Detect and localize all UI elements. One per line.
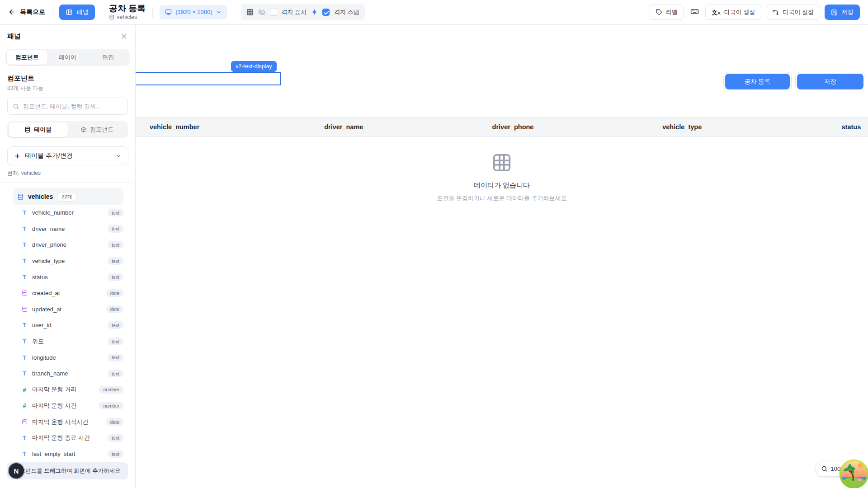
- field-row[interactable]: 마지막 운행 시작시간 date: [13, 414, 123, 430]
- field-row[interactable]: T vehicle_type text: [13, 253, 123, 269]
- field-name: driver_name: [32, 225, 65, 232]
- tab-layers[interactable]: 레이어: [47, 50, 88, 65]
- text-field-icon: T: [21, 370, 28, 377]
- keyboard-icon: [690, 7, 699, 16]
- add-change-table-button[interactable]: 테이블 추가/변경: [7, 146, 128, 165]
- components-section-title: 컴포넌트: [7, 74, 128, 83]
- field-type-badge: text: [108, 273, 123, 281]
- lightning-icon: [311, 9, 318, 15]
- tab-edit[interactable]: 편집: [88, 50, 128, 65]
- keyboard-shortcuts-button[interactable]: [689, 5, 701, 19]
- field-type-badge: text: [108, 354, 123, 361]
- table-name: vehicles: [28, 193, 53, 200]
- date-field-icon: [22, 419, 27, 424]
- box-icon: [80, 127, 87, 133]
- field-type-badge: text: [108, 434, 123, 442]
- close-icon[interactable]: [120, 33, 128, 40]
- field-name: 마지막 운행 종료 시간: [32, 434, 90, 442]
- table-fields-list: vehicles 22개 T vehicle_number text T dri…: [0, 183, 135, 488]
- save-button[interactable]: 저장: [825, 5, 860, 20]
- page-title: 공차 등록: [109, 4, 146, 14]
- back-to-list-label: 목록으로: [20, 8, 45, 16]
- date-field-icon: [22, 291, 27, 296]
- empty-state-subtitle: 조건을 변경하거나 새로운 데이터를 추가해보세요: [136, 194, 868, 202]
- field-name: 위도: [32, 338, 44, 346]
- field-type-badge: text: [108, 257, 123, 265]
- grid-show-checkbox[interactable]: [270, 9, 277, 16]
- number-field-icon: #: [21, 386, 28, 393]
- field-row[interactable]: T driver_name text: [13, 221, 123, 237]
- field-row[interactable]: T driver_phone text: [13, 237, 123, 253]
- source-toggle: 테이블 컴포넌트: [7, 121, 128, 138]
- field-type-badge: text: [108, 225, 123, 233]
- toggle-components[interactable]: 컴포넌트: [68, 122, 127, 137]
- field-name: 마지막 운행 거리: [32, 385, 76, 394]
- bound-table-name: vehicles: [117, 14, 137, 20]
- field-row[interactable]: T longitude text: [13, 349, 123, 366]
- field-name: branch_name: [32, 370, 68, 377]
- database-icon: [24, 127, 31, 133]
- field-name: longitude: [32, 354, 56, 361]
- tab-components[interactable]: 컴포넌트: [7, 50, 47, 65]
- text-field-icon: T: [21, 241, 28, 248]
- table-grid-icon: [491, 152, 512, 173]
- text-field-icon: T: [21, 338, 28, 345]
- panel-toggle-button[interactable]: 패널: [59, 5, 95, 20]
- text-field-icon: T: [21, 274, 28, 281]
- field-name: user_id: [32, 322, 52, 328]
- field-row[interactable]: # 마지막 운행 거리 number: [13, 382, 123, 398]
- table-column-header[interactable]: status: [767, 117, 868, 136]
- field-type-badge: text: [108, 241, 123, 249]
- field-type-badge: date: [106, 305, 123, 313]
- text-field-icon: T: [21, 450, 28, 457]
- field-row[interactable]: T last_empty_start text: [13, 446, 123, 462]
- field-row[interactable]: created_at date: [13, 285, 123, 301]
- field-row[interactable]: T 위도 text: [13, 333, 123, 350]
- panel-left-icon: [66, 9, 73, 16]
- table-column-header[interactable]: driver_phone: [428, 117, 597, 136]
- grid-snap-checkbox[interactable]: [322, 9, 330, 16]
- field-type-badge: number: [99, 386, 123, 394]
- avatar[interactable]: N: [9, 463, 24, 479]
- field-type-badge: text: [108, 321, 123, 329]
- database-icon: [17, 193, 24, 200]
- canvas-register-vehicle-button[interactable]: 공차 등록: [725, 74, 790, 89]
- field-row[interactable]: T vehicle_number text: [13, 205, 123, 221]
- chevron-down-icon: [216, 9, 222, 15]
- text-field-icon: T: [21, 258, 28, 264]
- label-button[interactable]: 라벨: [650, 5, 684, 20]
- current-table-label: 현재: vehicles: [7, 169, 128, 177]
- panel-tabs: 컴포넌트 레이어 편집: [5, 49, 130, 66]
- field-row[interactable]: T status text: [13, 269, 123, 285]
- field-row[interactable]: T user_id text: [13, 317, 123, 333]
- i18n-settings-button[interactable]: 다국어 설정: [766, 5, 820, 20]
- number-field-icon: #: [21, 402, 28, 409]
- divider: [234, 7, 234, 18]
- text-field-icon: T: [21, 322, 28, 328]
- i18n-generate-button[interactable]: 文A 다국어 생성: [705, 5, 761, 20]
- search-input[interactable]: [23, 103, 123, 110]
- canvas-save-button[interactable]: 저장: [797, 74, 863, 89]
- arrow-left-icon: [8, 8, 16, 16]
- island-app-icon[interactable]: [839, 459, 868, 488]
- components-available-count: 83개 사용 가능: [7, 84, 128, 92]
- field-type-badge: text: [108, 370, 123, 377]
- table-column-header[interactable]: driver_name: [259, 117, 428, 136]
- field-row[interactable]: updated_at date: [13, 301, 123, 318]
- back-to-list-button[interactable]: 목록으로: [8, 8, 45, 16]
- toggle-tables[interactable]: 테이블: [9, 122, 68, 137]
- field-name: updated_at: [32, 306, 61, 313]
- resolution-selector[interactable]: (868 × 488): [160, 5, 226, 19]
- drag-hint: 컴포넌트를 드래그하여 화면에 추가하세요: [7, 462, 128, 479]
- table-column-header[interactable]: vehicle_type: [598, 117, 767, 136]
- grid-show-label: 격자 표시: [282, 8, 307, 16]
- text-field-icon: T: [21, 435, 28, 441]
- eye-off-icon: [258, 9, 265, 16]
- field-row[interactable]: T branch_name text: [13, 366, 123, 382]
- component-search[interactable]: [7, 98, 128, 115]
- field-row[interactable]: # 마지막 운행 시간 number: [13, 398, 123, 414]
- table-row-vehicles[interactable]: vehicles 22개: [13, 188, 123, 205]
- field-type-badge: number: [99, 402, 123, 409]
- field-row[interactable]: T 마지막 운행 종료 시간 text: [13, 430, 123, 446]
- resolution-value: (868 × 488): [175, 9, 212, 15]
